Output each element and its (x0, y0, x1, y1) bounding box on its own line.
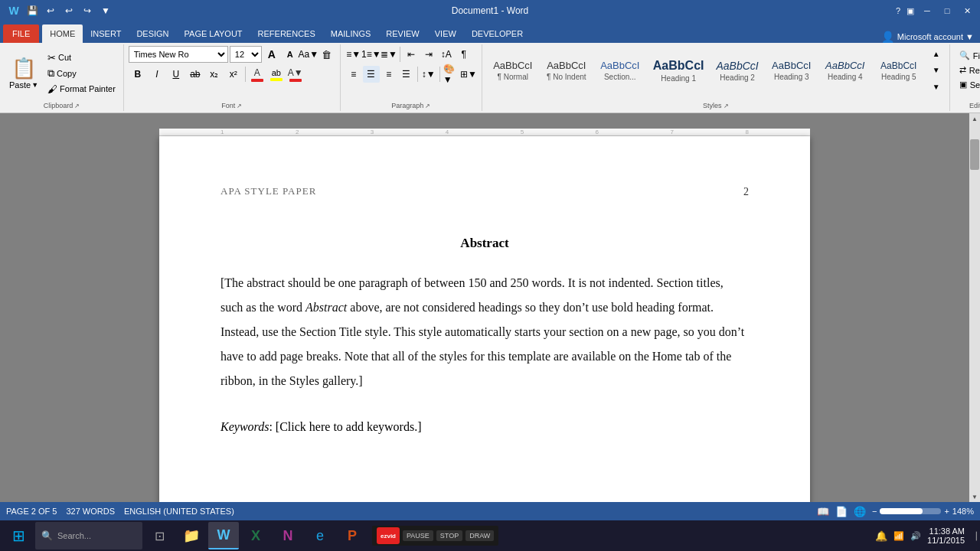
styles-more[interactable]: ▼ (928, 79, 945, 95)
copy-button[interactable]: ⧉ Copy (44, 66, 119, 81)
line-spacing-btn[interactable]: ↕▼ (420, 66, 437, 83)
grow-font-btn[interactable]: A (263, 46, 280, 63)
maximize-btn[interactable]: □ (940, 4, 954, 18)
close-btn[interactable]: ✕ (960, 4, 974, 18)
ezvid-stop-btn[interactable]: STOP (436, 530, 462, 541)
ezvid-draw-btn[interactable]: DRAW (466, 530, 494, 541)
styles-expand[interactable]: ↗ (724, 103, 729, 109)
style-heading4[interactable]: AaBbCcI Heading 4 (819, 46, 871, 95)
font-size-select[interactable]: 12 (230, 46, 262, 63)
superscript-btn[interactable]: x² (224, 66, 243, 83)
abstract-body[interactable]: [The abstract should be one paragraph of… (220, 271, 749, 393)
tab-review[interactable]: REVIEW (378, 24, 426, 43)
borders-btn[interactable]: ⊞▼ (460, 66, 477, 83)
styles-scroll-down[interactable]: ▼ (928, 62, 945, 78)
change-case-btn[interactable]: Aa▼ (300, 46, 317, 63)
paste-button[interactable]: 📋 Paste▼ (5, 54, 43, 93)
style-section[interactable]: AaBbCcI Section... (594, 46, 646, 95)
zoom-plus-btn[interactable]: + (944, 507, 949, 516)
zoom-minus-btn[interactable]: − (872, 507, 877, 516)
view-read-btn[interactable]: 📖 (817, 506, 829, 517)
style-heading2[interactable]: AaBbCcI Heading 2 (711, 46, 764, 95)
highlight-btn[interactable]: ab (267, 66, 286, 83)
bold-btn[interactable]: B (129, 66, 147, 83)
view-print-btn[interactable]: 📄 (835, 506, 848, 517)
scroll-thumb[interactable] (970, 139, 979, 170)
help-icon[interactable]: ? (896, 6, 900, 15)
keywords-text[interactable]: : [Click here to add keywords.] (269, 420, 421, 433)
tab-file[interactable]: FILE (3, 24, 39, 43)
strikethrough-btn[interactable]: ab (186, 66, 204, 83)
subscript-btn[interactable]: x₂ (205, 66, 224, 83)
style-no-indent[interactable]: AaBbCcI ¶ No Indent (541, 46, 593, 95)
taskbar-explorer[interactable]: 📁 (176, 522, 207, 549)
minimize-btn[interactable]: ─ (920, 4, 934, 18)
style-heading1[interactable]: AaBbCcI Heading 1 (648, 46, 710, 95)
zoom-slider[interactable] (880, 508, 941, 514)
taskbar-powerpoint[interactable]: P (337, 522, 368, 549)
tab-developer[interactable]: DEVELOPER (464, 24, 531, 43)
clear-format-btn[interactable]: 🗑 (318, 46, 335, 63)
numbering-btn[interactable]: 1≡▼ (363, 46, 380, 63)
font-expand[interactable]: ↗ (237, 103, 242, 109)
tab-mailings[interactable]: MAILINGS (323, 24, 379, 43)
align-center-btn[interactable]: ☰ (363, 66, 380, 83)
tab-references[interactable]: REFERENCES (250, 24, 323, 43)
undo-arrow[interactable]: ↩ (61, 3, 77, 18)
save-quick-btn[interactable]: 💾 (24, 3, 40, 18)
taskbar-word[interactable]: W (208, 522, 239, 549)
view-web-btn[interactable]: 🌐 (854, 506, 866, 517)
select-button[interactable]: ▣ Select = (955, 78, 980, 91)
tab-insert[interactable]: INSERT (83, 24, 129, 43)
styles-scroll-up[interactable]: ▲ (928, 46, 945, 62)
bullets-btn[interactable]: ≡▼ (345, 46, 362, 63)
volume-icon[interactable]: 🔊 (910, 531, 921, 541)
style-normal[interactable]: AaBbCcI ¶ Normal (487, 46, 539, 95)
font-color-btn[interactable]: A (248, 66, 266, 83)
scroll-track[interactable] (969, 124, 980, 491)
format-painter-button[interactable]: 🖌 Format Painter (44, 82, 119, 96)
shrink-font-btn[interactable]: A (282, 46, 299, 63)
tab-pagelayout[interactable]: PAGE LAYOUT (177, 24, 250, 43)
show-hide-btn[interactable]: ¶ (456, 46, 472, 63)
tab-home[interactable]: HOME (42, 24, 83, 43)
abstract-title[interactable]: Abstract (220, 232, 749, 256)
cut-button[interactable]: ✂ Cut (44, 51, 119, 65)
italic-btn[interactable]: I (148, 66, 166, 83)
notification-icon[interactable]: 🔔 (875, 530, 887, 542)
paragraph-expand[interactable]: ↗ (425, 103, 430, 109)
text-color-btn[interactable]: A▼ (286, 66, 305, 83)
font-name-select[interactable]: Times New Ro (129, 46, 228, 63)
taskbar-taskview[interactable]: ⊡ (144, 522, 175, 549)
scroll-down-arrow[interactable]: ▼ (969, 491, 980, 502)
multilevel-btn[interactable]: ≣▼ (381, 46, 397, 63)
underline-btn[interactable]: U (167, 66, 185, 83)
redo-btn[interactable]: ↪ (80, 3, 95, 18)
increase-indent-btn[interactable]: ⇥ (420, 46, 437, 63)
shading-btn[interactable]: 🎨▼ (443, 66, 459, 83)
tab-view[interactable]: VIEW (427, 24, 464, 43)
style-heading5[interactable]: AaBbCcI Heading 5 (873, 46, 925, 95)
scroll-up-arrow[interactable]: ▲ (969, 113, 980, 124)
tab-design[interactable]: DESIGN (129, 24, 176, 43)
align-right-btn[interactable]: ≡ (381, 66, 397, 83)
customize-qa[interactable]: ▼ (98, 3, 113, 18)
replace-button[interactable]: ⇄ Replace (955, 64, 980, 77)
desktop-btn[interactable]: ▕ (971, 532, 977, 540)
find-button[interactable]: 🔍 Find ▼ (955, 49, 980, 62)
taskbar-ie[interactable]: e (305, 522, 335, 549)
ezvid-pause-btn[interactable]: PAUSE (403, 530, 433, 541)
ribbon-display-icon[interactable]: ▣ (906, 6, 914, 16)
taskbar-search-btn[interactable]: 🔍 Search... (35, 522, 142, 549)
taskbar-excel[interactable]: X (240, 522, 271, 549)
align-left-btn[interactable]: ≡ (345, 66, 362, 83)
justify-btn[interactable]: ☰ (398, 66, 415, 83)
undo-btn[interactable]: ↩ (43, 3, 58, 18)
style-heading3[interactable]: AaBbCcI Heading 3 (766, 46, 818, 95)
sort-btn[interactable]: ↕A (438, 46, 455, 63)
taskbar-onenote[interactable]: N (273, 522, 303, 549)
clipboard-expand[interactable]: ↗ (74, 103, 80, 109)
start-btn[interactable]: ⊞ (3, 522, 34, 549)
style-h3-preview: AaBbCcI (772, 60, 811, 71)
decrease-indent-btn[interactable]: ⇤ (403, 46, 420, 63)
